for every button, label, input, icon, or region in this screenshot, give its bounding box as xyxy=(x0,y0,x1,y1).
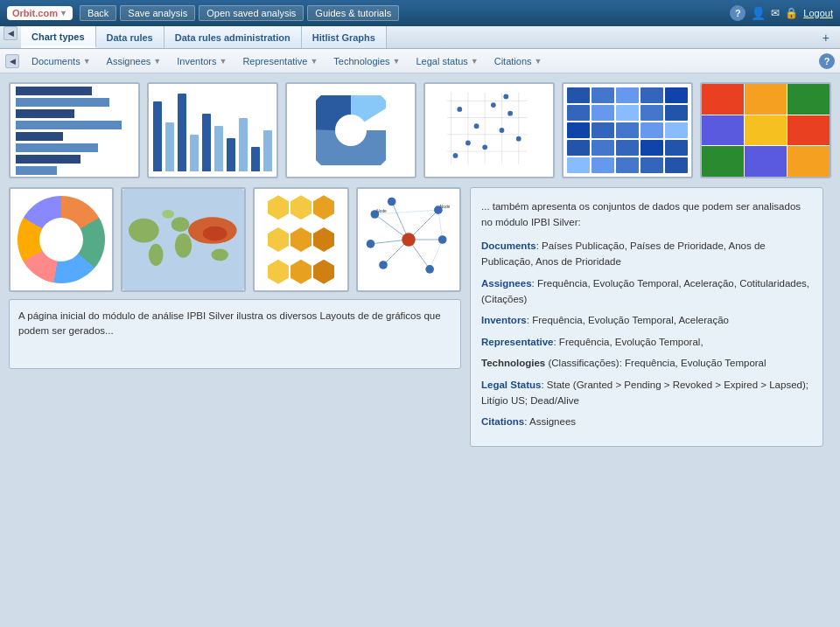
nav-assignees[interactable]: Assignees ▼ xyxy=(100,54,169,68)
nav-help-icon[interactable]: ? xyxy=(819,53,835,69)
hex-chart xyxy=(255,189,347,290)
section-technologies-label: Technologies xyxy=(481,358,545,368)
svg-point-3 xyxy=(335,115,367,146)
nav-right: ? xyxy=(819,53,835,69)
logout-button[interactable]: Logout xyxy=(803,8,833,18)
back-button[interactable]: Back xyxy=(80,5,116,21)
top-bar: Orbit.com ▼ Back Save analysis Open save… xyxy=(0,0,840,26)
section-citations-label: Citations xyxy=(481,416,524,427)
svg-point-21 xyxy=(453,153,458,158)
colorful-mosaic-chart xyxy=(702,84,830,177)
lock-icon: 🔒 xyxy=(785,7,798,19)
tab-data-rules[interactable]: Data rules xyxy=(96,26,164,48)
technologies-arrow: ▼ xyxy=(393,57,401,66)
donut-inner xyxy=(39,218,83,261)
dot-chart-thumb[interactable] xyxy=(424,82,555,178)
main-area: Node Node A página inicial do módulo de … xyxy=(0,73,840,627)
donut-chart-thumb[interactable] xyxy=(9,187,114,292)
vbar-chart xyxy=(149,84,276,177)
section-legal-label: Legal Status xyxy=(481,380,541,390)
inventors-arrow: ▼ xyxy=(220,57,228,66)
svg-point-44 xyxy=(438,235,447,244)
svg-point-49 xyxy=(402,233,415,246)
heatmap-chart xyxy=(564,84,691,177)
section-representative-label: Representative xyxy=(481,337,553,347)
left-text-box: A página inicial do módulo de análise IP… xyxy=(9,299,461,369)
svg-point-48 xyxy=(388,198,396,206)
svg-text:Node: Node xyxy=(440,205,451,209)
logo-text: Orbit.com xyxy=(12,8,58,18)
world-map-chart xyxy=(122,189,244,290)
top-chart-row xyxy=(9,82,831,178)
nav-documents[interactable]: Documents ▼ xyxy=(24,54,98,68)
tab-chart-types[interactable]: Chart types xyxy=(21,26,96,48)
section-technologies-text: Frequência, Evolução Temporal xyxy=(622,358,766,368)
section-documents-label: Documents xyxy=(481,240,536,251)
tab-data-rules-admin[interactable]: Data rules administration xyxy=(164,26,302,48)
section-technologies: Technologies (Classificações): Frequênci… xyxy=(481,355,812,371)
assignees-arrow: ▼ xyxy=(153,57,161,66)
colorful-mosaic-thumb[interactable] xyxy=(700,82,831,178)
nav-citations[interactable]: Citations ▼ xyxy=(487,54,550,68)
right-info-panel: ... também apresenta os conjuntos de dad… xyxy=(470,187,823,447)
documents-arrow: ▼ xyxy=(83,57,91,66)
logo-arrow: ▼ xyxy=(60,9,67,17)
svg-point-29 xyxy=(203,226,228,241)
open-saved-button[interactable]: Open saved analysis xyxy=(199,5,304,21)
section-citations: Citations: Assignees xyxy=(481,414,812,429)
content-row: Node Node A página inicial do módulo de … xyxy=(9,187,831,447)
vbar-chart-thumb[interactable] xyxy=(147,82,278,178)
tab-add-button[interactable]: + xyxy=(816,26,836,48)
svg-point-31 xyxy=(162,210,174,219)
svg-point-25 xyxy=(149,244,164,266)
legal-status-arrow: ▼ xyxy=(471,57,479,66)
svg-point-19 xyxy=(482,144,487,150)
second-chart-row: Node Node xyxy=(9,187,461,292)
nav-technologies[interactable]: Technologies ▼ xyxy=(326,54,407,68)
user-icon: 👤 xyxy=(751,6,766,20)
logo: Orbit.com ▼ xyxy=(7,6,73,20)
section-technologies-suffix: (Classificações) xyxy=(545,358,619,368)
nav-legal-status[interactable]: Legal status ▼ xyxy=(409,54,485,68)
heatmap-thumb[interactable] xyxy=(562,82,693,178)
section-legal-status: Legal Status: State (Granted > Pending >… xyxy=(481,377,812,409)
svg-point-24 xyxy=(129,219,159,243)
svg-point-27 xyxy=(175,233,192,258)
section-inventors-label: Inventors xyxy=(481,315,527,325)
hex-chart-thumb[interactable] xyxy=(253,187,349,292)
save-analysis-button[interactable]: Save analysis xyxy=(120,5,195,21)
top-right-actions: ? 👤 ✉ 🔒 Logout xyxy=(730,5,833,21)
section-assignees-label: Assignees xyxy=(481,278,532,289)
svg-point-14 xyxy=(474,123,480,129)
svg-point-30 xyxy=(211,248,228,261)
network-graph: Node Node xyxy=(358,189,459,290)
world-map-thumb[interactable] xyxy=(121,187,246,292)
svg-point-26 xyxy=(172,217,190,232)
svg-point-47 xyxy=(367,240,375,248)
network-graph-thumb[interactable]: Node Node xyxy=(356,187,461,292)
tab-hitlist-graphs[interactable]: Hitlist Graphs xyxy=(302,26,387,48)
svg-point-45 xyxy=(425,265,434,274)
svg-line-41 xyxy=(430,240,443,269)
section-representative-text: Frequência, Evolução Temporal, xyxy=(556,337,704,347)
representative-arrow: ▼ xyxy=(310,57,318,66)
tab-prev-arrow[interactable]: ◀ xyxy=(4,26,18,40)
nav-prev-arrow[interactable]: ◀ xyxy=(5,54,19,68)
svg-point-18 xyxy=(508,111,513,116)
section-documents: Documents: Países Publicação, Países de … xyxy=(481,238,812,270)
pie-chart xyxy=(316,95,386,165)
pie-chart-thumb[interactable] xyxy=(285,82,416,178)
guides-button[interactable]: Guides & tutorials xyxy=(307,5,399,21)
section-inventors: Inventors: Frequência, Evolução Temporal… xyxy=(481,312,812,328)
panel-intro: ... também apresenta os conjuntos de dad… xyxy=(481,199,812,231)
svg-point-22 xyxy=(503,94,508,100)
svg-point-13 xyxy=(457,107,462,112)
svg-point-16 xyxy=(491,102,496,108)
donut-chart xyxy=(18,196,105,283)
hbar-chart-thumb[interactable] xyxy=(9,82,140,178)
help-icon[interactable]: ? xyxy=(730,5,746,21)
svg-point-20 xyxy=(516,136,522,142)
nav-representative[interactable]: Representative ▼ xyxy=(235,54,325,68)
nav-inventors[interactable]: Inventors ▼ xyxy=(170,54,234,68)
left-column: Node Node A página inicial do módulo de … xyxy=(9,187,461,369)
